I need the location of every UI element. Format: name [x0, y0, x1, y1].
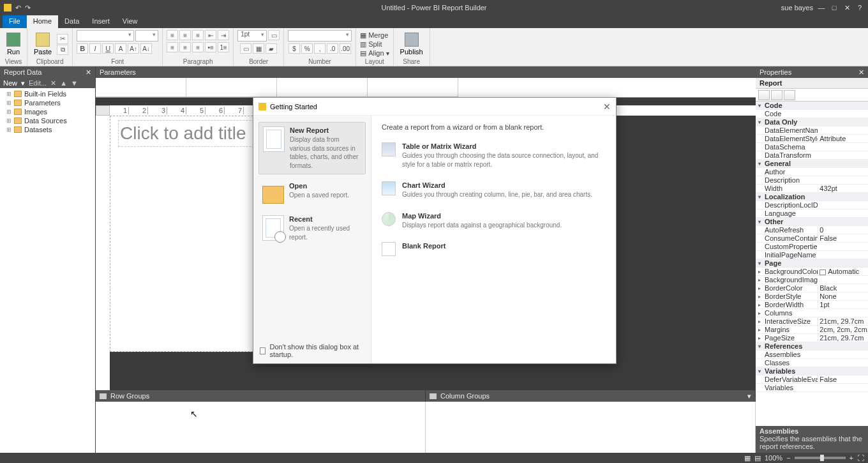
getting-started-dialog: Getting Started ✕ New ReportDisplay data… [253, 97, 617, 364]
wizard-map[interactable]: Map WizardDisplays report data against a… [382, 207, 606, 238]
map-wizard-icon [382, 212, 396, 226]
blank-wizard-icon [382, 242, 396, 256]
dont-show-label[interactable]: Don't show this dialog box at startup. [269, 343, 364, 358]
wizard-list: Table or Matrix WizardGuides you through… [382, 137, 606, 264]
dialog-backdrop: Getting Started ✕ New ReportDisplay data… [0, 0, 868, 463]
wizard-table[interactable]: Table or Matrix WizardGuides you through… [382, 137, 606, 176]
dialog-option-new[interactable]: New ReportDisplay data from various data… [258, 122, 366, 174]
chart-wizard-icon [382, 181, 396, 195]
recent-icon [262, 215, 284, 241]
wizard-blank[interactable]: Blank Report [382, 237, 606, 264]
dialog-option-recent[interactable]: RecentOpen a recently used report. [258, 211, 366, 245]
dialog-option-open[interactable]: OpenOpen a saved report. [258, 178, 366, 208]
open-icon [262, 186, 284, 204]
dialog-left-options: New ReportDisplay data from various data… [253, 116, 371, 363]
wizard-chart[interactable]: Chart WizardGuides you through creating … [382, 176, 606, 207]
dialog-icon [258, 103, 266, 110]
dialog-intro: Create a report from a wizard or from a … [382, 123, 606, 131]
dialog-close-icon[interactable]: ✕ [603, 102, 611, 112]
dont-show-checkbox[interactable] [260, 347, 266, 354]
table-wizard-icon [382, 142, 396, 156]
new-icon [263, 126, 285, 152]
dialog-title-text: Getting Started [270, 103, 317, 110]
